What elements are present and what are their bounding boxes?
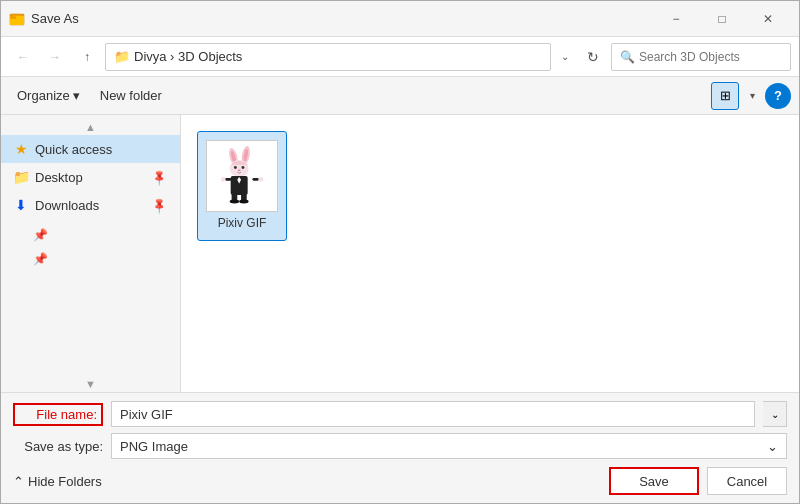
svg-rect-14 [225,178,232,181]
maximize-button[interactable]: □ [699,1,745,37]
svg-rect-16 [252,178,259,181]
search-box[interactable]: 🔍 [611,43,791,71]
sidebar-item-desktop[interactable]: 📁 Desktop 📌 [1,163,180,191]
scroll-up-arrow[interactable]: ▲ [1,119,180,135]
sidebar-item-label: Desktop [35,170,83,185]
save-type-label: Save as type: [13,439,103,454]
file-name-input[interactable] [111,401,755,427]
sidebar-item-label: Downloads [35,198,99,213]
dialog-title: Save As [31,11,653,26]
file-name-label: File name: [13,403,103,426]
address-bar: ← → ↑ 📁 Divya › 3D Objects ⌄ ↻ 🔍 [1,37,799,77]
file-name: Pixiv GIF [218,216,267,232]
file-name-row: File name: ⌄ [13,401,787,427]
save-type-chevron: ⌄ [767,439,778,454]
view-icon-button[interactable]: ⊞ [711,82,739,110]
svg-point-11 [238,169,241,171]
sidebar-item-downloads[interactable]: ⬇ Downloads 📌 [1,191,180,219]
pin-icon: 📌 [149,195,168,214]
close-button[interactable]: ✕ [745,1,791,37]
save-type-select[interactable]: PNG Image ⌄ [111,433,787,459]
view-dropdown-button[interactable]: ▾ [743,83,761,109]
forward-button[interactable]: → [41,43,69,71]
bottom-bar: File name: ⌄ Save as type: PNG Image ⌄ ⌃… [1,392,799,503]
cancel-button[interactable]: Cancel [707,467,787,495]
toolbar: Organize ▾ New folder ⊞ ▾ ? [1,77,799,115]
view-icon: ⊞ [720,88,731,103]
svg-rect-2 [10,16,16,19]
organize-label: Organize [17,88,70,103]
hide-folders-toggle[interactable]: ⌃ Hide Folders [13,474,102,489]
action-buttons: Save Cancel [609,467,787,495]
view-chevron: ▾ [750,90,755,101]
save-type-row: Save as type: PNG Image ⌄ [13,433,787,459]
svg-point-20 [230,200,239,204]
path-chevron[interactable]: ⌄ [555,43,575,71]
window-controls: − □ ✕ [653,1,791,37]
search-input[interactable] [639,50,782,64]
action-row: ⌃ Hide Folders Save Cancel [13,467,787,495]
help-button[interactable]: ? [765,83,791,109]
new-folder-label: New folder [100,88,162,103]
svg-point-10 [242,166,245,169]
back-button[interactable]: ← [9,43,37,71]
save-type-value: PNG Image [120,439,188,454]
file-name-dropdown[interactable]: ⌄ [763,401,787,427]
file-area[interactable]: Pixiv GIF [181,115,799,392]
svg-point-17 [259,177,264,182]
minimize-button[interactable]: − [653,1,699,37]
chevron-icon: ⌃ [13,474,24,489]
hide-folders-label: Hide Folders [28,474,102,489]
main-content: ▲ ★ Quick access 📁 Desktop 📌 ⬇ Downloads… [1,115,799,392]
help-label: ? [774,88,782,103]
svg-point-15 [221,177,226,182]
pin-icon: 📌 [149,167,168,186]
folder-icon: 📁 [114,49,130,64]
file-preview-image [208,142,276,210]
cancel-label: Cancel [727,474,767,489]
save-button[interactable]: Save [609,467,699,495]
sidebar-item-label: Quick access [35,142,112,157]
download-icon: ⬇ [13,197,29,213]
path-text: Divya › 3D Objects [134,49,242,64]
save-label: Save [639,474,669,489]
folder-icon: 📁 [13,169,29,185]
organize-chevron: ▾ [73,88,80,103]
sidebar-item-quick-access[interactable]: ★ Quick access [1,135,180,163]
refresh-button[interactable]: ↻ [579,43,607,71]
svg-point-21 [239,200,248,204]
up-button[interactable]: ↑ [73,43,101,71]
scroll-down-arrow[interactable]: ▼ [1,376,180,392]
svg-point-9 [234,166,237,169]
extra-pins: 📌 📌 [1,219,180,271]
file-item[interactable]: Pixiv GIF [197,131,287,241]
new-folder-button[interactable]: New folder [92,83,170,109]
title-bar: Save As − □ ✕ [1,1,799,37]
address-path[interactable]: 📁 Divya › 3D Objects [105,43,551,71]
sidebar: ▲ ★ Quick access 📁 Desktop 📌 ⬇ Downloads… [1,115,181,392]
star-icon: ★ [13,141,29,157]
file-thumbnail [206,140,278,212]
organize-button[interactable]: Organize ▾ [9,83,88,109]
search-icon: 🔍 [620,50,635,64]
save-as-dialog: Save As − □ ✕ ← → ↑ 📁 Divya › 3D Objects… [0,0,800,504]
dialog-icon [9,11,25,27]
